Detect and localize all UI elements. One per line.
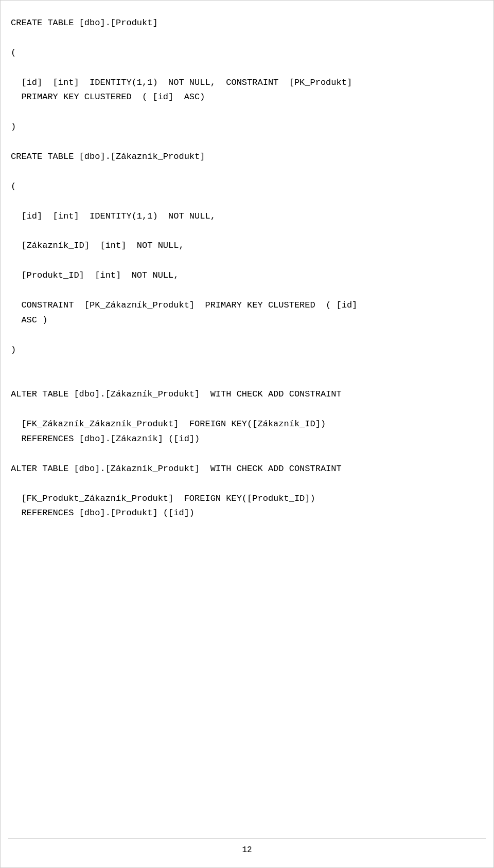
code-line-31: ALTER TABLE [dbo].[Zákazník_Produkt] WIT… bbox=[11, 464, 342, 474]
code-line-29: REFERENCES [dbo].[Zákazník] ([id]) bbox=[11, 434, 200, 444]
code-line-8: ) bbox=[11, 122, 16, 132]
code-line-5: [id] [int] IDENTITY(1,1) NOT NULL, CONST… bbox=[11, 78, 352, 87]
code-line-14: [id] [int] IDENTITY(1,1) NOT NULL, bbox=[11, 211, 216, 221]
code-line-26: ALTER TABLE [dbo].[Zákazník_Produkt] WIT… bbox=[11, 389, 342, 399]
code-line-16: [Zákazník_ID] [int] NOT NULL, bbox=[11, 241, 184, 250]
sql-code-block: CREATE TABLE [dbo].[Produkt] ( [id] [int… bbox=[11, 16, 483, 837]
code-line-6: PRIMARY KEY CLUSTERED ( [id] ASC) bbox=[11, 92, 205, 102]
code-line-21: ASC ) bbox=[11, 315, 47, 325]
code-line-23: ) bbox=[11, 345, 16, 355]
code-line-18: [Produkt_ID] [int] NOT NULL, bbox=[11, 270, 179, 280]
code-line-34: REFERENCES [dbo].[Produkt] ([id]) bbox=[11, 508, 195, 518]
code-line-10: CREATE TABLE [dbo].[Zákazník_Produkt] bbox=[11, 152, 205, 161]
code-line-3: ( bbox=[11, 48, 16, 58]
page-container: CREATE TABLE [dbo].[Produkt] ( [id] [int… bbox=[0, 0, 494, 868]
code-line-20: CONSTRAINT [PK_Zákazník_Produkt] PRIMARY… bbox=[11, 300, 357, 310]
code-line-28: [FK_Zákazník_Zákazník_Produkt] FOREIGN K… bbox=[11, 419, 326, 429]
code-line-1: CREATE TABLE [dbo].[Produkt] bbox=[11, 18, 158, 28]
page-divider bbox=[8, 839, 486, 839]
page-number: 12 bbox=[242, 845, 252, 855]
code-line-33: [FK_Produkt_Zákazník_Produkt] FOREIGN KE… bbox=[11, 494, 315, 503]
code-line-12: ( bbox=[11, 182, 16, 191]
